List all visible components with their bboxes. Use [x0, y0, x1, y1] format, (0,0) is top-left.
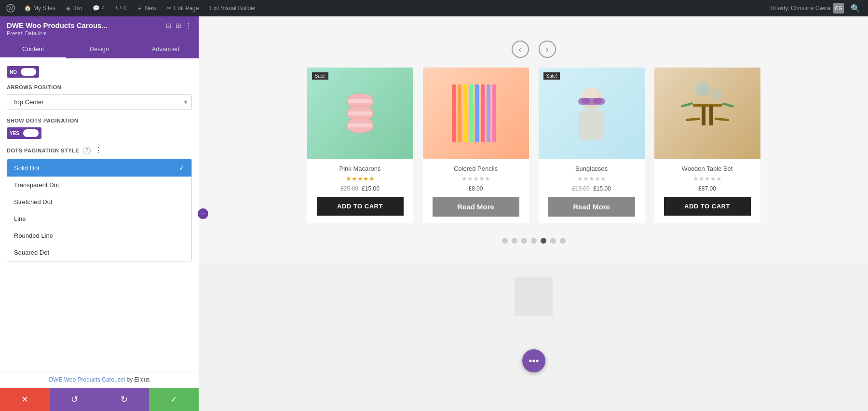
svg-rect-8	[452, 84, 456, 142]
dots-toggle-row: YES	[7, 127, 192, 139]
svg-rect-9	[458, 84, 461, 142]
admin-bar-exit-builder[interactable]: Exit Visual Builder	[205, 0, 260, 16]
tab-content[interactable]: Content	[0, 41, 66, 58]
admin-bar-comments-count[interactable]: 💬 4	[89, 0, 109, 16]
arrows-position-select[interactable]: Top Center Bottom Center Top Left Top Ri…	[7, 94, 192, 110]
floating-fab-button[interactable]: •••	[522, 349, 545, 372]
svg-rect-13	[481, 84, 485, 142]
carousel-next-arrow[interactable]: ›	[539, 41, 556, 58]
dot-1[interactable]	[502, 238, 508, 244]
divi-icon: ◈	[66, 5, 70, 12]
sale-badge-sunglasses: Sale!	[543, 72, 560, 80]
dots-style-label-row: Dots Pagination Style ? ⋮	[7, 146, 192, 155]
admin-bar-speech-count[interactable]: 🗨 0	[112, 0, 131, 16]
dots-style-item-rounded-line[interactable]: Rounded Line	[7, 227, 191, 244]
carousel-section: ‹ › Sale!	[199, 16, 868, 263]
svg-rect-22	[693, 104, 722, 107]
product-image-colored-pencils: Quickview	[423, 68, 529, 159]
dot-7[interactable]	[560, 238, 566, 244]
footer-decoration	[515, 277, 553, 316]
product-name-colored-pencils: Colored Pencils	[428, 165, 524, 172]
product-card-wooden-table-set: Quickview Wooden Table Set ★★★★★ £87.00 …	[654, 68, 760, 223]
product-stars-colored-pencils: ★★★★★	[428, 175, 524, 182]
dots-style-list: Solid Dot ✓ Transparent Dot Stretched Do…	[7, 159, 192, 261]
edit-icon: ✏	[167, 5, 172, 12]
svg-rect-14	[487, 84, 490, 142]
admin-bar-edit-page[interactable]: ✏ Edit Page	[163, 0, 203, 16]
pin-icon[interactable]: ⊡	[166, 22, 172, 29]
dots-style-item-solid-dot[interactable]: Solid Dot ✓	[7, 159, 191, 177]
tab-advanced[interactable]: Advanced	[133, 41, 199, 58]
toggle-no-button[interactable]: NO	[7, 66, 39, 78]
cancel-button[interactable]: ✕	[0, 388, 50, 411]
carousel-prev-arrow[interactable]: ‹	[512, 41, 529, 58]
dot-3[interactable]	[521, 238, 527, 244]
price-new-pink-macarons: £15.00	[362, 185, 380, 192]
svg-rect-27	[680, 102, 692, 108]
product-card-pink-macarons: Sale! Quickview Pink Maca	[307, 68, 413, 223]
footer-plugin-link[interactable]: DWE Woo Products Carousel	[49, 376, 125, 383]
dot-2[interactable]	[512, 238, 517, 244]
panel-title: DWE Woo Products Carous...	[7, 21, 108, 29]
product-stars-wooden-table-set: ★★★★★	[659, 175, 756, 182]
avatar[interactable]: CG	[833, 3, 844, 14]
help-icon[interactable]: ?	[83, 147, 91, 154]
svg-rect-11	[469, 84, 473, 142]
admin-bar-new[interactable]: ＋ New	[133, 0, 160, 16]
read-more-sunglasses[interactable]: Read more	[548, 197, 635, 217]
read-more-colored-pencils[interactable]: Read more	[433, 197, 519, 217]
search-icon[interactable]: 🔍	[847, 4, 864, 13]
dot-5[interactable]	[541, 238, 546, 244]
product-info-wooden-table-set: Wooden Table Set ★★★★★ £87.00 Add to car…	[654, 159, 760, 222]
product-info-sunglasses: Sunglasses ★★★★★ £19.00 £15.00 Read more	[539, 159, 645, 223]
grid-icon[interactable]: ⊞	[176, 22, 181, 29]
dots-toggle-yes-button[interactable]: YES	[7, 127, 41, 139]
tab-design[interactable]: Design	[66, 41, 132, 58]
arrows-position-label: Arrows Position	[7, 84, 192, 90]
wp-admin-bar: W 🏠 My Sites ◈ Divi 💬 4 🗨 0 ＋ New ✏ Edit…	[0, 0, 868, 16]
wordpress-logo-icon[interactable]: W	[4, 1, 17, 15]
product-image-sunglasses: Sale! Quickview	[539, 68, 645, 159]
speech-icon: 🗨	[116, 5, 122, 12]
products-grid: Sale! Quickview Pink Maca	[218, 68, 849, 223]
svg-point-30	[711, 88, 723, 100]
product-name-pink-macarons: Pink Macarons	[312, 165, 408, 172]
svg-rect-10	[463, 84, 467, 142]
redo-button[interactable]: ↻	[99, 388, 149, 411]
dots-style-item-line[interactable]: Line	[7, 210, 191, 227]
more-options-dots-icon[interactable]: ⋮	[95, 146, 102, 155]
dots-style-item-squared-dot[interactable]: Squared Dot	[7, 244, 191, 261]
dots-style-item-transparent-dot[interactable]: Transparent Dot	[7, 177, 191, 193]
panel-content: NO Arrows Position Top Center Bottom Cen…	[0, 58, 199, 371]
product-name-wooden-table-set: Wooden Table Set	[659, 165, 756, 172]
save-button[interactable]: ✓	[149, 388, 199, 411]
admin-bar-user: Howdy, Christina Gwira CG 🔍	[771, 3, 864, 14]
svg-rect-21	[579, 111, 604, 140]
dots-style-item-stretched-dot[interactable]: Stretched Dot	[7, 193, 191, 210]
dots-pagination	[218, 238, 849, 244]
chevron-right-icon: ›	[546, 44, 549, 55]
more-options-icon[interactable]: ⋮	[185, 22, 192, 29]
svg-point-19	[581, 98, 591, 104]
panel-preset[interactable]: Preset: Default ▾	[7, 30, 192, 37]
svg-rect-12	[475, 84, 479, 142]
undo-button[interactable]: ↺	[50, 388, 99, 411]
admin-bar-my-sites[interactable]: 🏠 My Sites	[20, 0, 59, 16]
cancel-icon: ✕	[21, 394, 28, 405]
product-info-colored-pencils: Colored Pencils ★★★★★ £8.00 Read more	[423, 159, 529, 223]
plus-icon: ＋	[137, 4, 143, 13]
carousel-navigation: ‹ ›	[218, 41, 849, 58]
bubble-icon: 💬	[93, 5, 100, 12]
admin-bar-divi[interactable]: ◈ Divi	[62, 0, 86, 16]
add-to-cart-wooden-table-set[interactable]: Add to cart	[664, 197, 751, 216]
panel-drag-handle[interactable]: ↔	[198, 208, 208, 219]
product-price-sunglasses: £19.00 £15.00	[543, 185, 640, 192]
dot-6[interactable]	[550, 238, 556, 244]
svg-rect-23	[685, 118, 700, 122]
product-stars-pink-macarons: ★★★★★	[312, 175, 408, 182]
add-to-cart-pink-macarons[interactable]: Add to cart	[317, 197, 404, 216]
undo-icon: ↺	[71, 394, 78, 405]
dot-4[interactable]	[531, 238, 537, 244]
fab-icon: •••	[529, 356, 539, 367]
redo-icon: ↻	[121, 394, 128, 405]
